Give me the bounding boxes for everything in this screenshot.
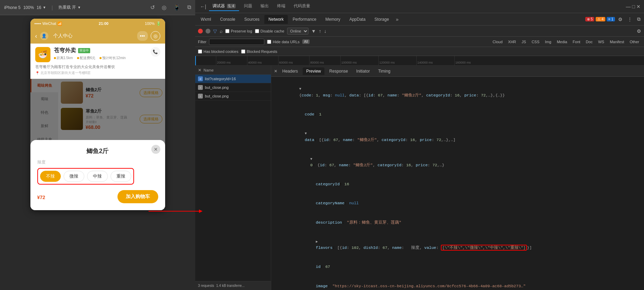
tab-code-quality[interactable]: 代码质量 [290, 2, 314, 11]
timeline-mark-140000: 140000 ms [416, 56, 433, 65]
filter-doc[interactable]: Doc [584, 39, 595, 45]
json-data-line: data: [{id: 67, name: "鲫鱼2斤", categoryId… [275, 124, 640, 150]
filter-cloud[interactable]: Cloud [491, 39, 505, 45]
tab-terminal[interactable]: 终端 [274, 2, 289, 11]
request-statusbar: 3 requests 1.4 kB transferre... [195, 281, 271, 290]
import-har-btn[interactable]: ↑ [319, 28, 321, 34]
filter-input[interactable] [209, 39, 264, 45]
hotreload-selector[interactable]: 热重载 开 ▼ [58, 4, 81, 10]
close-detail-btn[interactable]: ✕ [274, 69, 277, 74]
spice-options-box: 不辣 微辣 中辣 重辣 [37, 168, 134, 185]
filter-xhr[interactable]: XHR [506, 39, 518, 45]
tab-sources[interactable]: Sources [240, 15, 264, 24]
target-btn[interactable]: ◎ [151, 31, 160, 41]
disable-cache-text: Disable cache [261, 29, 284, 33]
filter-img[interactable]: Img [543, 39, 553, 45]
collapse-flavors[interactable] [316, 239, 321, 245]
settings-icon[interactable]: ⚙ [616, 15, 625, 24]
dot-icon [100, 57, 102, 59]
error-badge: ⊗ 5 [585, 17, 594, 21]
collapse-data[interactable] [305, 131, 310, 137]
request-doc-icon: d [198, 76, 203, 81]
maximize-btn[interactable]: □ [632, 4, 635, 9]
preserve-log-checkbox[interactable] [225, 29, 229, 33]
detail-tab-timing[interactable]: Timing [375, 67, 394, 75]
filter-ws[interactable]: WS [596, 39, 606, 45]
tab-network[interactable]: Network [264, 15, 288, 24]
spice-option-very-hot[interactable]: 重辣 [111, 171, 131, 182]
tab-console[interactable]: Console [216, 15, 239, 24]
user-avatar: 👤 [40, 32, 48, 40]
collapse-item0[interactable] [310, 157, 315, 162]
timeline-mark-40000: 40000 ms [247, 56, 262, 65]
search-icon[interactable]: ⌕ [220, 28, 222, 34]
export-har-btn[interactable]: ↓ [324, 28, 326, 34]
restaurant-info: 🍜 苍穹外卖 营业中 距离1.5km [30, 44, 165, 79]
hide-data-urls-checkbox[interactable] [267, 40, 271, 44]
modal-close-btn[interactable]: ✕ [151, 145, 160, 154]
call-btn[interactable]: 📞 [151, 47, 160, 57]
list-item[interactable]: i but_close.png [195, 92, 271, 101]
dock-icon[interactable]: ⧉ [635, 15, 643, 24]
list-item[interactable]: d list?categoryId=16 [195, 75, 271, 83]
back-icon[interactable]: ‹ [35, 32, 37, 40]
filter-font[interactable]: Font [571, 39, 583, 45]
filter-icon[interactable]: ▽ [213, 28, 217, 34]
network-toolbar: ▽ ⌕ Preserve log Disable cache Online ▼ … [195, 26, 644, 37]
price-value: 72 [40, 195, 45, 200]
expand-panel-btn[interactable]: ←| [199, 3, 208, 10]
copy-icon[interactable]: ⧉ [187, 4, 191, 11]
filter-media[interactable]: Media [555, 39, 569, 45]
stop-record-btn[interactable] [206, 29, 210, 34]
throttling-select[interactable]: Online [287, 28, 309, 35]
device-selector[interactable]: iPhone 5 100% 16 ▼ [4, 5, 46, 10]
header-title: 个人中心 [53, 33, 73, 39]
phone-icon[interactable]: 📱 [173, 4, 180, 11]
filter-other[interactable]: Other [627, 39, 641, 45]
network-settings-btn[interactable]: ⚙ [637, 28, 641, 34]
restaurant-header: 🍜 苍穹外卖 营业中 距离1.5km [35, 47, 160, 62]
filter-manifest[interactable]: Manifest [608, 39, 626, 45]
refresh-icon[interactable]: ↺ [150, 4, 155, 11]
all-filter-btn[interactable]: All [302, 39, 310, 44]
tab-storage[interactable]: Storage [370, 15, 393, 24]
filter-css[interactable]: CSS [530, 39, 542, 45]
filter-js[interactable]: JS [520, 39, 528, 45]
tab-debugger[interactable]: 调试器 5, 4 [209, 2, 239, 11]
record-btn[interactable] [198, 29, 203, 34]
tab-wxml[interactable]: Wxml [197, 15, 215, 24]
collapse-root[interactable] [299, 86, 304, 92]
tab-appdata[interactable]: AppData [345, 15, 370, 24]
tab-memory[interactable]: Memory [321, 15, 344, 24]
more-tabs-btn[interactable]: » [394, 15, 401, 24]
timeline-bar: 20000 ms 40000 ms 60000 ms 80000 ms 1000… [195, 56, 644, 66]
timeline-mark-20000: 20000 ms [216, 56, 231, 65]
location-icon: 📍 [35, 71, 39, 75]
stop-icon[interactable]: ◎ [162, 4, 167, 11]
spice-option-slightly-hot[interactable]: 微辣 [64, 171, 84, 182]
close-devtools-btn[interactable]: ✕ [636, 4, 641, 9]
blocked-requests-checkbox[interactable] [241, 49, 245, 54]
more-options-icon[interactable]: ⋮ [625, 15, 634, 24]
timeline-mark-160000: 160000 ms [454, 56, 471, 65]
detail-tab-initiator[interactable]: Initiator [353, 67, 373, 75]
tab-issues[interactable]: 问题 [240, 2, 256, 11]
tab-output[interactable]: 输出 [257, 2, 272, 11]
disable-cache-checkbox[interactable] [255, 29, 259, 33]
spice-option-medium-hot[interactable]: 中辣 [87, 171, 108, 182]
tab-performance[interactable]: Performance [288, 15, 321, 24]
detail-tab-response[interactable]: Response [326, 67, 351, 75]
close-pane-btn[interactable]: ✕ [198, 68, 201, 73]
disable-cache-label: Disable cache [255, 29, 284, 33]
minimize-btn[interactable]: — [626, 4, 631, 9]
detail-tab-preview[interactable]: Preview [303, 67, 324, 75]
add-to-cart-btn[interactable]: 加入购物车 [117, 190, 158, 203]
request-list-panel: ✕ Name d list?categoryId=16 i but_close.… [195, 66, 271, 290]
more-options-btn[interactable]: ••• [137, 31, 148, 41]
detail-tab-headers[interactable]: Headers [279, 67, 301, 75]
hide-data-urls-label: Hide data URLs [267, 40, 300, 44]
has-blocked-cookies-checkbox[interactable] [198, 49, 202, 54]
spice-option-mild[interactable]: 不辣 [40, 171, 61, 182]
list-item[interactable]: i but_close.png [195, 83, 271, 92]
devtools-topbar: ←| 调试器 5, 4 问题 输出 终端 代码质量 — □ ✕ [195, 0, 644, 13]
